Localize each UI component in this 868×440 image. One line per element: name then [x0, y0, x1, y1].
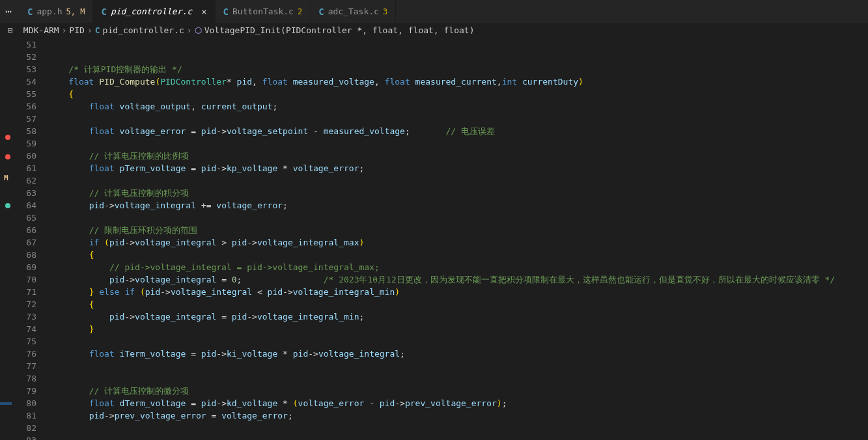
tab-label: ButtonTask.c	[232, 7, 294, 16]
warning-badge: 3	[383, 7, 387, 16]
chevron-right-icon: ›	[87, 25, 92, 35]
tab-label: pid_controller.c	[111, 7, 192, 16]
chevron-right-icon: ›	[187, 25, 192, 35]
decoration-bar	[0, 402, 12, 405]
line-number-gutter: 5152535455565758596061626364656667686970…	[16, 37, 48, 440]
c-file-icon: C	[101, 7, 106, 17]
error-marker[interactable]	[5, 154, 10, 159]
info-marker[interactable]	[5, 203, 10, 208]
breadcrumb-part[interactable]: MDK-ARM	[23, 25, 59, 35]
tab-pid-controller[interactable]: C pid_controller.c ×	[93, 0, 215, 23]
editor-area: M 51525354555657585960616263646566676869…	[0, 37, 868, 440]
tab-adctask[interactable]: C adc_Task.c 3	[311, 0, 396, 23]
c-file-icon: C	[95, 25, 100, 35]
c-file-icon: C	[318, 7, 324, 17]
collapse-icon[interactable]: ⊟	[8, 25, 13, 35]
ruler: M	[0, 37, 16, 440]
more-icon[interactable]: ⋯	[5, 5, 12, 18]
warning-badge: 2	[298, 7, 302, 16]
modified-badge: 5, M	[66, 7, 85, 16]
tab-label: app.h	[36, 7, 62, 16]
breadcrumb-file[interactable]: pid_controller.c	[103, 25, 184, 35]
tab-label: adc_Task.c	[328, 7, 379, 16]
c-file-icon: C	[223, 7, 229, 17]
breadcrumb[interactable]: ⊟ MDK-ARM › PID › C pid_controller.c › ⬡…	[0, 23, 868, 37]
breadcrumb-part[interactable]: PID	[69, 25, 84, 35]
method-icon: ⬡	[195, 25, 202, 35]
chevron-right-icon: ›	[62, 25, 67, 35]
close-icon[interactable]: ×	[201, 7, 206, 17]
tab-app-h[interactable]: C app.h 5, M	[20, 0, 93, 23]
error-marker[interactable]	[5, 135, 10, 140]
modified-marker[interactable]: M	[4, 174, 8, 182]
c-file-icon: C	[27, 7, 33, 17]
breadcrumb-method[interactable]: VoltagePID_Init(PIDController *, float, …	[204, 25, 475, 35]
code-editor[interactable]: /* 计算PID控制器的输出 */ float PID_Compute(PIDC…	[48, 37, 868, 440]
tabs-bar: C app.h 5, M C pid_controller.c × C Butt…	[0, 0, 868, 23]
tab-buttontask[interactable]: C ButtonTask.c 2	[216, 0, 311, 23]
